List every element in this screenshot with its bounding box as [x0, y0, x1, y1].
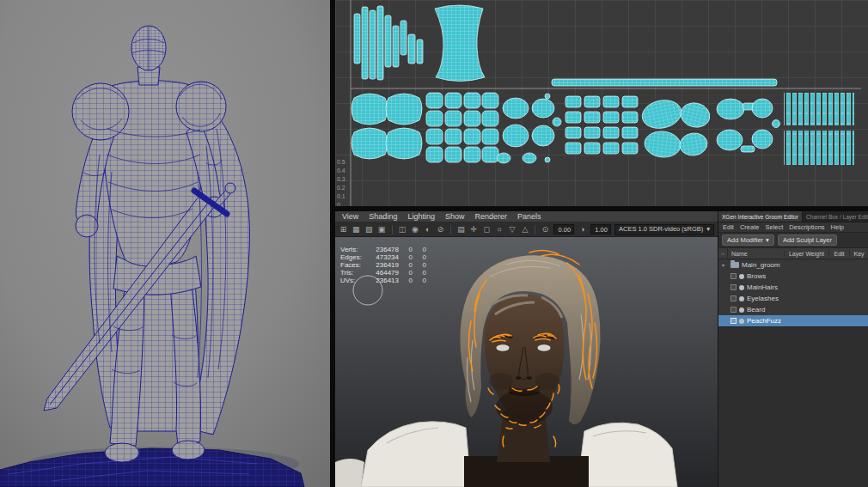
hud-label: UVs: [340, 277, 368, 284]
ruler-label: 0.1 [337, 192, 345, 201]
hud-value: 464479 [368, 269, 399, 277]
uv-layout [335, 0, 868, 206]
hud-label: Verts: [340, 246, 368, 253]
screen-space-ao-icon[interactable]: ⊘ [436, 224, 445, 235]
shadows-icon[interactable]: ◐ [423, 224, 432, 235]
column-edit[interactable]: Edit [828, 251, 849, 257]
menu-help[interactable]: Help [831, 223, 844, 231]
menu-create[interactable]: Create [740, 223, 760, 231]
wireframe-model-viewport[interactable] [0, 0, 330, 487]
joints-xray-icon[interactable]: ✛ [469, 224, 479, 235]
groom-root-label: Main_groom [742, 261, 779, 269]
tab-channel-box-layer-editor[interactable]: Channel Box / Layer Editor [803, 211, 868, 222]
ruler-label: 0 [337, 201, 345, 206]
column-name[interactable]: Name [728, 251, 784, 257]
menu-renderer[interactable]: Renderer [474, 212, 507, 221]
hud-label: Tris: [340, 269, 368, 277]
visibility-toggle[interactable] [730, 295, 737, 301]
menu-select[interactable]: Select [765, 223, 783, 231]
uv-ruler: 0.5 0.4 0.3 0.2 0.1 0 [337, 158, 345, 206]
description-icon [739, 296, 744, 301]
chevron-down-icon: ▾ [706, 224, 710, 234]
left-eye [496, 344, 510, 351]
uv-strip-band [784, 93, 854, 125]
hud-label: Edges: [340, 253, 368, 261]
layer-row-brows[interactable]: Brows [718, 271, 868, 282]
description-icon [739, 285, 744, 290]
visibility-toggle[interactable] [730, 307, 737, 313]
layer-row-eyelashes[interactable]: Eyelashes [718, 293, 868, 304]
hud-row: Verts: 236478 0 0 [340, 246, 426, 253]
hud-value: 236478 [368, 246, 399, 253]
right-eye [537, 344, 551, 351]
toolbar-separator [450, 225, 451, 234]
hud-row: UVs: 236413 0 0 [340, 277, 426, 284]
exposure-icon[interactable]: ⊙ [541, 224, 550, 235]
menu-show[interactable]: Show [445, 212, 465, 221]
gamma-icon[interactable]: ◑ [578, 224, 587, 235]
menu-shading[interactable]: Shading [369, 212, 397, 221]
film-gate-icon[interactable]: ▽ [508, 224, 517, 235]
visibility-toggle[interactable] [730, 284, 737, 290]
ruler-label: 0.4 [337, 167, 345, 175]
knight-wireframe [0, 0, 330, 487]
visibility-toggle[interactable] [730, 318, 737, 324]
toolbar-separator [535, 225, 535, 234]
description-icon [739, 319, 744, 324]
textured-mode-icon[interactable]: ▣ [377, 224, 387, 235]
wireframe-on-shaded-icon[interactable]: ▧ [364, 224, 374, 235]
ruler-label: 0.2 [337, 184, 345, 192]
hud-label: Faces: [340, 261, 368, 269]
add-sculpt-layer-button[interactable]: Add Sculpt Layer [778, 234, 837, 246]
xgen-button-row: Add Modifier ▾ Add Sculpt Layer [718, 233, 868, 248]
description-icon [739, 307, 744, 313]
ruler-label: 0.5 [337, 158, 345, 167]
resolution-gate-icon[interactable]: △ [520, 224, 529, 235]
xray-icon[interactable]: ▤ [456, 224, 466, 235]
groom-root-row[interactable]: ▾ Main_groom [718, 259, 868, 271]
use-default-material-icon[interactable]: ◫ [397, 224, 406, 235]
expand-icon[interactable]: ▾ [722, 262, 728, 268]
menu-view[interactable]: View [342, 212, 358, 221]
xgen-menubar: Edit Create Select Descriptions Help [718, 222, 868, 233]
grid-icon[interactable]: ⌗ [495, 224, 504, 235]
tab-xgen-interactive-groom-editor[interactable]: XGen Interactive Groom Editor [718, 211, 803, 222]
all-lights-icon[interactable]: ◉ [410, 224, 419, 235]
add-modifier-button[interactable]: Add Modifier ▾ [722, 234, 774, 246]
isolate-select-icon[interactable]: ◻ [482, 224, 492, 235]
camera-icon[interactable]: ⊞ [339, 224, 348, 235]
poly-count-hud: Verts: 236478 0 0 Edges: 473234 0 0 Face… [340, 246, 426, 284]
hud-row: Edges: 473234 0 0 [340, 253, 426, 261]
layer-table-header: ‹› Name Layer Weight Edit Key [718, 248, 868, 259]
viewport-toolbar: ⊞ ▦ ▧ ▣ ◫ ◉ ◐ ⊘ ▤ ✛ ◻ ⌗ ▽ △ ⊙ 0.00 ◑ 1.0… [335, 222, 718, 237]
layer-row-mainhairs[interactable]: MainHairs [718, 282, 868, 293]
hud-value: 473234 [368, 253, 399, 261]
toolbar-separator [392, 225, 393, 234]
menu-edit[interactable]: Edit [723, 223, 734, 231]
menu-descriptions[interactable]: Descriptions [789, 223, 824, 231]
uv-editor-panel[interactable]: 0.5 0.4 0.3 0.2 0.1 0 [335, 0, 868, 206]
hud-row: Faces: 236419 0 0 [340, 261, 426, 269]
panel-tab-bar: XGen Interactive Groom Editor Channel Bo… [718, 211, 868, 222]
layer-row-peachfuzz[interactable]: PeachFuzz [718, 315, 868, 326]
exposure-field[interactable]: 0.00 [553, 224, 574, 234]
menu-lighting[interactable]: Lighting [407, 212, 435, 221]
description-icon [739, 274, 744, 279]
collapse-gutter[interactable]: ‹› [718, 248, 728, 259]
layer-row-beard[interactable]: Beard [718, 304, 868, 315]
ruler-label: 0.3 [337, 175, 345, 184]
chevron-down-icon: ▾ [766, 235, 769, 245]
gamma-field[interactable]: 1.00 [590, 224, 611, 234]
xgen-groom-editor-panel: XGen Interactive Groom Editor Channel Bo… [718, 211, 868, 487]
groom-layer-tree: ▾ Main_groom Brows MainHairs Eyelashes [718, 259, 868, 327]
hud-row: Tris: 464479 0 0 [340, 269, 426, 277]
menu-panels[interactable]: Panels [517, 212, 541, 221]
column-key[interactable]: Key [849, 251, 868, 257]
view-transform-dropdown[interactable]: ACES 1.0 SDR-video (sRGB) ▾ [614, 224, 714, 235]
viewport-menubar: View Shading Lighting Show Renderer Pane… [335, 211, 718, 222]
maya-composite-workspace: 0.5 0.4 0.3 0.2 0.1 0 [0, 0, 868, 487]
visibility-toggle[interactable] [730, 273, 737, 279]
groom-viewport[interactable]: View Shading Lighting Show Renderer Pane… [335, 211, 718, 487]
column-layer-weight[interactable]: Layer Weight [784, 251, 828, 257]
shaded-mode-icon[interactable]: ▦ [351, 224, 361, 235]
